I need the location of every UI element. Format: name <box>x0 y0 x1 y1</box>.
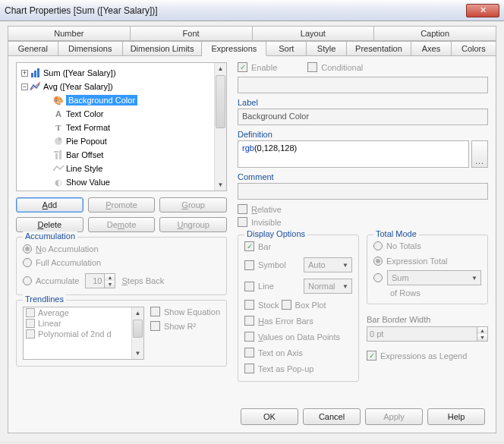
avg-icon <box>30 81 41 92</box>
radio-no-totals[interactable]: No Totals <box>373 241 421 250</box>
tab-font[interactable]: Font <box>131 26 253 41</box>
check-boxplot[interactable]: Box Plot <box>282 300 326 310</box>
svg-rect-2 <box>37 68 39 77</box>
svg-rect-1 <box>34 71 36 77</box>
tree-child-textformat[interactable]: T Text Format <box>18 121 213 134</box>
group-button[interactable]: Group <box>159 197 227 213</box>
expression-tree[interactable]: + Sum ([Year Salary]) − Avg ([Year Sal <box>16 62 227 191</box>
check-text-axis[interactable]: Text on Axis <box>244 348 303 357</box>
tree-child-showvalue[interactable]: ◐ Show Value <box>18 175 213 189</box>
check-values-datapoints[interactable]: Values on Data Points <box>244 332 340 342</box>
apply-button[interactable]: Apply <box>365 408 423 425</box>
delete-button[interactable]: Delete <box>16 217 83 232</box>
window-title: Chart Properties [Sum ([Year Salary])] <box>5 5 466 16</box>
combo-symbol[interactable]: Auto▼ <box>304 257 352 272</box>
check-relative[interactable]: Relative <box>238 204 488 214</box>
radio-sum[interactable] <box>373 273 383 282</box>
close-button[interactable]: ✕ <box>466 4 499 17</box>
comment-input[interactable] <box>238 183 488 200</box>
accumulation-group: Accumulation No Accumulation Full Accumu… <box>16 237 227 295</box>
total-mode-group: Total Mode No Totals Expression Total Su… <box>367 235 488 304</box>
check-conditional[interactable]: Conditional <box>307 62 363 72</box>
promote-button[interactable]: Promote <box>88 197 156 213</box>
demote-button[interactable]: Demote <box>88 217 156 232</box>
svg-rect-0 <box>31 73 33 77</box>
tab-caption[interactable]: Caption <box>374 26 496 41</box>
label-input[interactable]: Background Color <box>238 109 488 125</box>
check-show-equation[interactable]: Show Equation <box>150 307 220 316</box>
radio-no-accumulation[interactable]: No Accumulation <box>23 244 99 253</box>
spin-up-icon[interactable]: ▲ <box>104 274 115 281</box>
tree-child-linestyle[interactable]: Line Style <box>18 162 213 175</box>
check-symbol[interactable]: Symbol <box>244 260 298 270</box>
tab-expressions[interactable]: Expressions <box>202 41 266 56</box>
scroll-up-icon[interactable]: ▲ <box>215 63 226 74</box>
tab-dimensions[interactable]: Dimensions <box>58 41 123 56</box>
help-button[interactable]: Help <box>427 408 485 425</box>
tree-child-textcolor[interactable]: A Text Color <box>18 107 213 121</box>
definition-browse-button[interactable]: ... <box>471 140 488 168</box>
definition-input[interactable]: rgb(0,128,128) <box>238 140 469 168</box>
tree-child-baroffset[interactable]: Bar Offset <box>18 148 213 162</box>
trendlines-list[interactable]: Average Linear Polynomial of 2nd d ▲▼ <box>23 307 144 360</box>
check-invisible[interactable]: Invisible <box>238 217 488 227</box>
tab-layout[interactable]: Layout <box>253 26 375 41</box>
trendlines-group: Trendlines Average Linear Polynomial of … <box>16 300 227 367</box>
check-enable[interactable]: ✓Enable <box>238 62 277 72</box>
check-text-popup[interactable]: Text as Pop-up <box>244 364 313 373</box>
tabs-row-upper: Number Font Layout Caption <box>8 26 496 41</box>
text-format-icon: T <box>53 122 64 133</box>
scroll-down-icon[interactable]: ▼ <box>215 179 226 191</box>
check-bar[interactable]: ✓Bar <box>244 241 271 251</box>
tab-style[interactable]: Style <box>307 41 347 56</box>
tree-item-sum[interactable]: + Sum ([Year Salary]) <box>18 66 213 80</box>
svg-rect-5 <box>55 153 58 159</box>
collapse-icon[interactable]: − <box>21 83 28 90</box>
ok-button[interactable]: OK <box>241 408 298 425</box>
list-item[interactable]: Polynomial of 2nd d <box>24 329 131 339</box>
add-button[interactable]: Add <box>16 197 83 213</box>
tab-sort[interactable]: Sort <box>266 41 307 56</box>
check-expressions-legend[interactable]: ✓Expressions as Legend <box>367 351 467 361</box>
tab-colors[interactable]: Colors <box>452 41 496 56</box>
tree-item-avg[interactable]: − Avg ([Year Salary]) <box>18 80 213 93</box>
list-item[interactable]: Linear <box>24 318 131 329</box>
tab-axes[interactable]: Axes <box>411 41 452 56</box>
cancel-button[interactable]: Cancel <box>303 408 361 425</box>
tabs-row-lower: General Dimensions Dimension Limits Expr… <box>8 41 496 56</box>
check-error-bars[interactable]: Has Error Bars <box>244 316 313 326</box>
radio-accumulate[interactable]: Accumulate <box>23 276 79 285</box>
titlebar: Chart Properties [Sum ([Year Salary])] ✕ <box>0 0 504 21</box>
tree-scrollbar[interactable]: ▲ ▼ <box>214 63 226 191</box>
ungroup-button[interactable]: Ungroup <box>159 217 227 232</box>
scroll-thumb[interactable] <box>216 75 225 128</box>
conditional-input[interactable] <box>238 77 488 93</box>
spin-down-icon[interactable]: ▼ <box>104 281 115 288</box>
check-stock[interactable]: Stock <box>244 300 279 310</box>
expand-icon[interactable]: + <box>21 70 28 77</box>
accumulate-spinner[interactable]: ▲▼ <box>85 273 115 288</box>
tab-presentation[interactable]: Presentation <box>347 41 411 56</box>
radio-full-accumulation[interactable]: Full Accumulation <box>23 258 101 267</box>
close-icon: ✕ <box>480 6 487 14</box>
svg-rect-6 <box>59 150 61 159</box>
chevron-down-icon: ▼ <box>342 283 348 290</box>
list-item[interactable]: Average <box>24 307 131 318</box>
pie-icon <box>53 136 64 146</box>
show-value-icon: ◐ <box>53 177 64 187</box>
tab-dimension-limits[interactable]: Dimension Limits <box>123 41 203 56</box>
spin-up-icon[interactable]: ▲ <box>477 327 487 334</box>
bar-border-width-spinner[interactable]: ▲▼ <box>367 326 488 342</box>
radio-expression-total[interactable]: Expression Total <box>373 257 448 266</box>
check-line[interactable]: Line <box>244 282 298 291</box>
combo-total-fn[interactable]: Sum▼ <box>387 270 481 285</box>
display-options-group: Display Options ✓Bar Symbol Auto▼ Line N… <box>238 235 359 382</box>
check-show-r2[interactable]: Show R² <box>150 321 220 331</box>
tree-child-piepopout[interactable]: Pie Popout <box>18 134 213 148</box>
combo-line[interactable]: Normal▼ <box>304 279 352 294</box>
list-scrollbar[interactable]: ▲▼ <box>131 307 143 359</box>
tab-number[interactable]: Number <box>8 26 131 41</box>
tree-child-bgcolor[interactable]: 🎨 Background Color <box>18 93 213 107</box>
spin-down-icon[interactable]: ▼ <box>477 334 487 341</box>
tab-general[interactable]: General <box>8 41 58 56</box>
